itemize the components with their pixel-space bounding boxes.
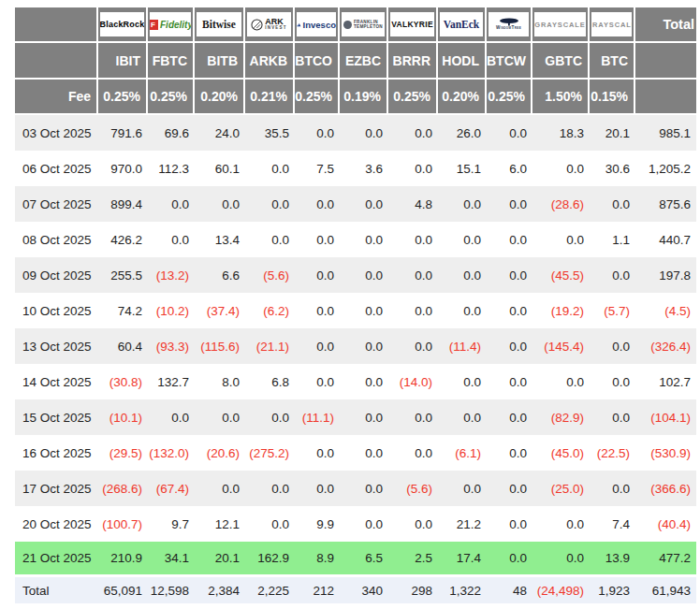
flow-value-cell: 0.0 — [148, 186, 195, 222]
provider-logo-cell-btcw: WisdomTree — [487, 7, 532, 43]
total-value-cell: 48 — [487, 577, 532, 603]
flow-value-cell: 13.9 — [590, 542, 635, 577]
fidelity-logo: FFidelity — [150, 12, 191, 36]
flow-value-cell: (145.4) — [532, 328, 590, 364]
flow-value-cell: 0.0 — [388, 293, 438, 328]
flow-value-cell: (93.3) — [148, 328, 195, 364]
flow-value-cell: 0.0 — [295, 115, 340, 151]
provider-logo-cell-ezbc: FRANKLINTEMPLETON — [340, 7, 388, 43]
fee-fbtc: 0.25% — [148, 80, 195, 115]
flow-value-cell: (37.4) — [195, 293, 245, 328]
flow-value-cell: 35.5 — [245, 115, 295, 151]
flow-value-cell: (29.5) — [98, 435, 148, 471]
row-date: 10 Oct 2025 — [15, 293, 98, 328]
fee-row-total-spacer — [635, 80, 696, 115]
grayscale-logo: GRAYSCALE — [534, 12, 586, 36]
flow-value-cell: 0.0 — [148, 222, 195, 257]
flow-value-cell: 6.8 — [245, 364, 295, 399]
flow-value-cell: 8.9 — [295, 542, 340, 577]
flow-value-cell: (45.0) — [532, 435, 590, 471]
flow-value-cell: 1.1 — [590, 222, 635, 257]
ticker-btc: BTC — [590, 43, 635, 80]
flow-value-cell: 0.0 — [487, 364, 532, 399]
fee-row: Fee0.25%0.25%0.20%0.21%0.25%0.19%0.25%0.… — [15, 80, 696, 115]
grayscale-wordmark: GRAYSCALE — [534, 21, 586, 29]
flow-value-cell: 899.4 — [98, 186, 148, 222]
flow-value-cell: 0.0 — [340, 364, 388, 399]
flow-value-cell: (14.0) — [388, 364, 438, 399]
flow-value-cell: 0.0 — [388, 399, 438, 435]
flow-value-cell: 0.0 — [340, 471, 388, 506]
bitcoin-etf-flow-table: BlackRockFFidelityBitwiseARKINVESTInvesc… — [15, 7, 696, 603]
flow-value-cell: 255.5 — [98, 257, 148, 293]
flow-value-cell: 12.1 — [195, 506, 245, 542]
flow-value-cell: (530.9) — [635, 435, 696, 471]
flow-value-cell: (22.5) — [590, 435, 635, 471]
fidelity-f-badge: F — [150, 20, 158, 30]
flow-value-cell: (21.1) — [245, 328, 295, 364]
flow-row: 16 Oct 2025(29.5)(132.0)(20.6)(275.2)0.0… — [15, 435, 696, 471]
flow-value-cell: (28.6) — [532, 186, 590, 222]
row-date: 20 Oct 2025 — [15, 506, 98, 542]
total-value-cell: 65,091 — [98, 577, 148, 603]
row-date: 08 Oct 2025 — [15, 222, 98, 257]
flow-value-cell: 210.9 — [98, 542, 148, 577]
flow-value-cell: 0.0 — [487, 399, 532, 435]
ticker-btco: BTCO — [295, 43, 340, 80]
flow-row: 20 Oct 2025(100.7)9.712.10.09.90.00.021.… — [15, 506, 696, 542]
row-date: 13 Oct 2025 — [15, 328, 98, 364]
flow-value-cell: (82.9) — [532, 399, 590, 435]
flow-value-cell: 24.0 — [195, 115, 245, 151]
flow-value-cell: 0.0 — [295, 186, 340, 222]
blackrock-wordmark: BlackRock — [100, 20, 144, 29]
wisdomtree-logo: WisdomTree — [489, 12, 529, 36]
fee-ibit: 0.25% — [98, 80, 148, 115]
flow-value-cell: (132.0) — [148, 435, 195, 471]
flow-value-cell: 0.0 — [487, 542, 532, 577]
flow-value-cell: 0.0 — [388, 257, 438, 293]
flow-row: 08 Oct 2025426.20.013.40.00.00.00.00.00.… — [15, 222, 696, 257]
valkyrie-wordmark: VALKYRIE — [391, 20, 433, 29]
flow-value-cell: 0.0 — [487, 328, 532, 364]
flow-value-cell: 970.0 — [98, 151, 148, 186]
flow-value-cell: 132.7 — [148, 364, 195, 399]
flow-value-cell: 0.0 — [532, 151, 590, 186]
fee-brrr: 0.25% — [388, 80, 438, 115]
total-value-cell: 12,598 — [148, 577, 195, 603]
flow-value-cell: 440.7 — [635, 222, 696, 257]
fee-hodl: 0.20% — [438, 80, 487, 115]
flow-value-cell: 60.4 — [98, 328, 148, 364]
flow-value-cell: 7.5 — [295, 151, 340, 186]
row-date: 21 Oct 2025 — [15, 542, 98, 577]
flow-value-cell: 0.0 — [388, 328, 438, 364]
flow-value-cell: 0.0 — [340, 506, 388, 542]
provider-logo-cell-ibit: BlackRock — [98, 7, 148, 43]
flow-value-cell: 0.0 — [388, 506, 438, 542]
row-date: 03 Oct 2025 — [15, 115, 98, 151]
flow-value-cell: 9.7 — [148, 506, 195, 542]
provider-logo-cell-bitb: Bitwise — [195, 7, 245, 43]
flow-row: 03 Oct 2025791.669.624.035.50.00.00.026.… — [15, 115, 696, 151]
flow-value-cell: 1,205.2 — [635, 151, 696, 186]
flow-value-cell: (326.4) — [635, 328, 696, 364]
provider-logo-row: BlackRockFFidelityBitwiseARKINVESTInvesc… — [15, 7, 696, 43]
flow-value-cell: 0.0 — [487, 186, 532, 222]
flow-value-cell: (366.6) — [635, 471, 696, 506]
total-value-cell: 2,384 — [195, 577, 245, 603]
ark-invest-logo: ARKINVEST — [247, 12, 291, 36]
flow-value-cell: 0.0 — [295, 364, 340, 399]
flow-value-cell: 8.0 — [195, 364, 245, 399]
flow-value-cell: 34.1 — [148, 542, 195, 577]
flow-value-cell: 0.0 — [487, 293, 532, 328]
flow-value-cell: 0.0 — [245, 506, 295, 542]
flow-value-cell: 60.1 — [195, 151, 245, 186]
flow-value-cell: 0.0 — [245, 151, 295, 186]
total-value-cell: 61,943 — [635, 577, 696, 603]
flow-value-cell: 15.1 — [438, 151, 487, 186]
flow-value-cell: 0.0 — [438, 471, 487, 506]
flow-value-cell: 0.0 — [245, 399, 295, 435]
flow-value-cell: (20.6) — [195, 435, 245, 471]
flow-value-cell: 0.0 — [590, 471, 635, 506]
flow-value-cell: 477.2 — [635, 542, 696, 577]
ticker-arkb: ARKB — [245, 43, 295, 80]
